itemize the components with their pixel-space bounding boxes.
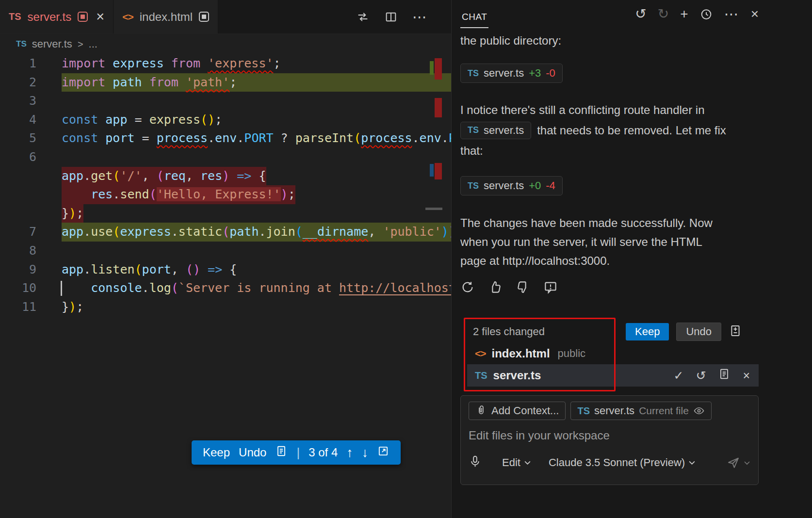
add-context-button[interactable]: Add Context... — [469, 402, 566, 420]
code-text: }); — [62, 298, 83, 317]
changed-files-panel: 2 files changed Keep Undo <> index.html … — [467, 321, 759, 387]
view-all-edits-icon[interactable] — [729, 324, 742, 340]
modified-badge-icon[interactable] — [199, 12, 209, 22]
chat-message-text: page at http://localhost:3000. — [460, 251, 759, 270]
remove-file-icon[interactable]: × — [743, 370, 750, 382]
open-changes-icon[interactable] — [356, 10, 370, 24]
send-button[interactable] — [727, 456, 750, 469]
current-file-context-chip[interactable]: TS server.ts Current file — [570, 402, 711, 420]
typescript-file-icon: TS — [16, 39, 27, 49]
chat-tab[interactable]: CHAT — [460, 12, 488, 28]
chevron-down-icon — [744, 460, 750, 465]
line-number: 4 — [0, 111, 36, 130]
code-line: 6 — [0, 148, 451, 167]
typescript-file-icon: TS — [468, 181, 479, 191]
code-line: 1import express from 'express'; — [0, 54, 451, 73]
line-number: 5 — [0, 129, 36, 148]
microphone-icon[interactable] — [469, 455, 482, 470]
code-line: res.send('Hello, Express!'); — [0, 185, 451, 204]
retry-icon[interactable] — [460, 280, 475, 296]
tab-server-ts[interactable]: TS server.ts × — [0, 0, 114, 33]
modified-badge-icon[interactable] — [78, 12, 88, 22]
eye-icon[interactable] — [693, 405, 705, 417]
model-selector[interactable]: Claude 3.5 Sonnet (Preview) — [549, 456, 696, 469]
tab-index-html[interactable]: <> index.html — [114, 0, 218, 33]
code-text: app.get('/', (req, res) => { — [62, 167, 266, 186]
mode-selector[interactable]: Edit — [502, 456, 531, 469]
changed-file-chip[interactable]: TS server.ts +0 -4 — [460, 176, 563, 195]
open-file-icon[interactable] — [718, 368, 731, 383]
overview-ruler-mark — [435, 58, 442, 80]
split-editor-icon[interactable] — [384, 10, 398, 24]
chat-history-icon[interactable] — [699, 7, 713, 21]
typescript-file-icon: TS — [468, 125, 479, 135]
html-file-icon: <> — [122, 11, 133, 23]
code-text: import express from 'express'; — [62, 54, 281, 73]
file-row-actions: ✓ ↺ × — [673, 368, 759, 383]
close-tab-icon[interactable]: × — [96, 10, 104, 24]
code-line: 5const port = process.env.PORT ? parseIn… — [0, 129, 451, 148]
editor-code-area[interactable]: 1import express from 'express';2import p… — [0, 54, 451, 316]
change-counter: 3 of 4 — [309, 446, 338, 459]
overview-ruler-mark — [435, 98, 442, 117]
file-reference-chip[interactable]: TS server.ts — [460, 122, 531, 139]
code-line: app.get('/', (req, res) => { — [0, 167, 451, 186]
changed-file-chip[interactable]: TS server.ts +3 -0 — [460, 64, 563, 83]
thumbs-down-icon[interactable] — [516, 280, 530, 296]
chevron-down-icon — [688, 460, 696, 465]
chat-input-placeholder[interactable]: Edit files in your workspace — [469, 429, 750, 442]
chat-header: CHAT ↺ ↻ + ⋯ × — [460, 0, 759, 28]
line-number: 1 — [0, 54, 36, 73]
chat-message-text: The changes have been made successfully.… — [460, 213, 759, 232]
line-number: 8 — [0, 242, 36, 260]
code-text: import path from 'path'; — [62, 73, 451, 92]
code-text: const port = process.env.PORT ? parseInt… — [62, 129, 451, 148]
line-number: 7 — [0, 223, 36, 242]
breadcrumb-file[interactable]: server.ts — [32, 38, 72, 50]
lines-added: +0 — [529, 179, 541, 192]
overview-ruler-mark — [430, 164, 434, 177]
toolbar-divider: | — [296, 445, 300, 460]
changed-file-row-server-ts[interactable]: TS server.ts ✓ ↺ × — [467, 364, 759, 387]
report-issue-icon[interactable] — [543, 280, 558, 296]
keep-change-button[interactable]: Keep — [203, 446, 230, 459]
lines-removed: -4 — [546, 179, 555, 192]
code-line: 4const app = express(); — [0, 111, 451, 130]
undo-edits-icon[interactable]: ↺ — [635, 7, 646, 21]
code-line: 10 console.log(`Server is running at htt… — [0, 279, 451, 298]
line-number: 6 — [0, 148, 36, 167]
accept-file-icon[interactable]: ✓ — [673, 370, 683, 382]
code-text: app.use(express.static(path.join(__dirna… — [62, 223, 451, 242]
add-context-label: Add Context... — [491, 405, 559, 417]
file-path: public — [558, 347, 585, 360]
line-number: 9 — [0, 260, 36, 279]
new-chat-icon[interactable]: + — [680, 7, 688, 21]
line-number: 2 — [0, 73, 36, 92]
previous-change-icon[interactable]: ↑ — [346, 445, 353, 460]
breadcrumb[interactable]: TS server.ts > ... — [0, 34, 451, 54]
chat-header-actions: ↺ ↻ + ⋯ × — [635, 5, 759, 28]
open-file-icon[interactable] — [275, 445, 288, 460]
redo-edits-icon[interactable]: ↻ — [658, 7, 669, 21]
send-icon — [727, 456, 740, 469]
code-line: }); — [0, 204, 451, 223]
typescript-file-icon: TS — [468, 68, 479, 79]
file-name: server.ts — [493, 369, 541, 382]
keep-all-button[interactable]: Keep — [626, 323, 669, 340]
line-number: 3 — [0, 92, 36, 111]
file-name: server.ts — [484, 179, 524, 192]
breadcrumb-more[interactable]: ... — [89, 38, 97, 50]
next-change-icon[interactable]: ↓ — [362, 445, 369, 460]
chat-more-icon[interactable]: ⋯ — [724, 5, 740, 22]
more-actions-icon[interactable]: ⋯ — [412, 8, 428, 25]
open-changes-editor-icon[interactable] — [377, 445, 390, 460]
chat-message-text: when you run the server, it will serve t… — [460, 232, 759, 251]
chat-input-box[interactable]: Add Context... TS server.ts Current file… — [460, 395, 759, 485]
undo-all-button[interactable]: Undo — [676, 323, 721, 341]
close-panel-icon[interactable]: × — [751, 7, 759, 21]
changed-file-row-index-html[interactable]: <> index.html public — [467, 343, 759, 364]
undo-change-button[interactable]: Undo — [239, 446, 266, 459]
discard-file-icon[interactable]: ↺ — [696, 370, 706, 382]
thumbs-up-icon[interactable] — [488, 280, 503, 296]
context-note: Current file — [639, 405, 689, 417]
